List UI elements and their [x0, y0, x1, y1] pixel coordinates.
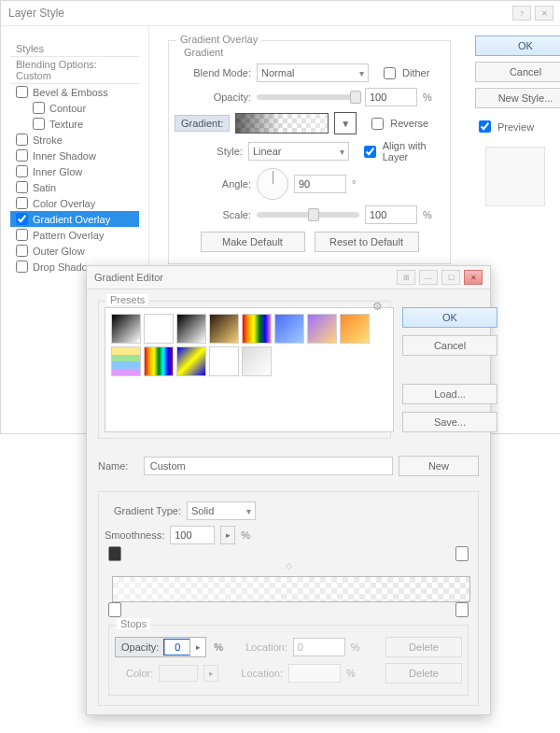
gtype-select[interactable]: Solid: [187, 501, 256, 520]
preset-swatch[interactable]: [176, 346, 206, 376]
preview-swatch: [485, 147, 545, 206]
minimize-icon[interactable]: —: [419, 270, 438, 285]
styles-header: Styles: [10, 41, 139, 56]
percent-label: %: [241, 529, 250, 541]
color-well[interactable]: [159, 665, 198, 682]
angle-label: Angle:: [175, 178, 251, 190]
ge-save-button[interactable]: Save...: [402, 412, 497, 432]
preset-swatch[interactable]: [274, 314, 304, 344]
style-stroke[interactable]: Stroke: [10, 132, 139, 148]
align-layer-checkbox[interactable]: Align with Layer: [360, 140, 444, 162]
style-outer-glow[interactable]: Outer Glow: [10, 243, 139, 259]
gradient-editor-dialog: Gradient Editor ⊞ — ☐ ✕ OK Cancel Load..…: [86, 265, 491, 715]
help-icon[interactable]: ?: [512, 6, 531, 21]
preset-swatch[interactable]: [209, 346, 239, 376]
preview-checkbox[interactable]: Preview: [475, 118, 555, 135]
opacity-stop-right[interactable]: [455, 546, 469, 561]
percent-label: %: [351, 641, 360, 653]
percent-label: %: [423, 209, 432, 220]
option-icon[interactable]: ⊞: [397, 270, 415, 285]
degree-label: °: [352, 178, 356, 190]
layer-style-titlebar: Layer Style ? ✕: [1, 1, 560, 26]
opacity-stop-left[interactable]: [108, 546, 121, 561]
preset-swatch[interactable]: [242, 314, 272, 344]
c-delete-button[interactable]: Delete: [385, 663, 462, 684]
style-gradient-overlay[interactable]: Gradient Overlay: [10, 211, 139, 227]
preset-grid: [105, 307, 394, 432]
cancel-button[interactable]: Cancel: [475, 62, 560, 82]
sub-title: Gradient: [175, 47, 444, 58]
style-contour[interactable]: Contour: [10, 100, 139, 116]
smoothness-value[interactable]: 100: [170, 526, 215, 544]
preset-swatch[interactable]: [176, 314, 206, 344]
preset-swatch[interactable]: [209, 314, 239, 344]
name-input[interactable]: Custom: [144, 457, 393, 475]
preset-swatch[interactable]: [111, 346, 141, 376]
preset-swatch[interactable]: [111, 314, 141, 344]
dialog-buttons: OK Cancel New Style... Preview: [469, 26, 560, 293]
preset-swatch[interactable]: [340, 314, 370, 344]
blending-options-row[interactable]: Blending Options: Custom: [10, 56, 139, 84]
presets-label: Presets: [106, 294, 148, 305]
ok-button[interactable]: OK: [475, 35, 560, 56]
c-location-value[interactable]: [288, 664, 341, 683]
close-icon[interactable]: ✕: [535, 6, 553, 21]
make-default-button[interactable]: Make Default: [201, 232, 305, 252]
style-texture[interactable]: Texture: [10, 116, 139, 132]
o-delete-button[interactable]: Delete: [385, 637, 462, 657]
new-style-button[interactable]: New Style...: [475, 88, 560, 108]
style-bevel-emboss[interactable]: Bevel & Emboss: [10, 84, 139, 100]
color-stop-right[interactable]: [455, 602, 469, 617]
reset-default-button[interactable]: Reset to Default: [315, 232, 419, 252]
close-icon[interactable]: ✕: [464, 270, 483, 285]
ge-load-button[interactable]: Load...: [402, 384, 497, 404]
preset-swatch[interactable]: [144, 346, 174, 376]
style-inner-shadow[interactable]: Inner Shadow: [10, 148, 139, 163]
color-stop-left[interactable]: [108, 602, 121, 617]
blend-mode-label: Blend Mode:: [175, 67, 251, 78]
style-inner-glow[interactable]: Inner Glow: [10, 163, 139, 179]
gradient-dropdown[interactable]: ▼: [334, 112, 357, 134]
window-controls: ? ✕: [512, 6, 553, 21]
gradient-picker[interactable]: [235, 113, 329, 134]
opacity-value[interactable]: 100: [365, 88, 417, 106]
percent-label: %: [423, 92, 432, 103]
percent-label: %: [346, 668, 356, 679]
style-color-overlay[interactable]: Color Overlay: [10, 195, 139, 211]
o-location-value[interactable]: 0: [293, 638, 345, 656]
gtype-label: Gradient Type:: [114, 505, 181, 516]
layer-style-title: Layer Style: [8, 7, 64, 20]
ge-new-button[interactable]: New: [399, 456, 479, 476]
style-pattern-overlay[interactable]: Pattern Overlay: [10, 227, 139, 243]
effect-options-panel: Gradient Overlay Gradient Blend Mode: No…: [149, 26, 469, 293]
styles-panel: Styles Blending Options: Custom Bevel & …: [1, 26, 149, 293]
maximize-icon[interactable]: ☐: [441, 270, 460, 285]
color-label: Color:: [126, 668, 153, 679]
o-location-label: Location:: [245, 641, 287, 653]
style-satin[interactable]: Satin: [10, 179, 139, 195]
style-select[interactable]: Linear: [248, 142, 349, 161]
blend-mode-select[interactable]: Normal: [257, 63, 369, 82]
gradient-bar[interactable]: [112, 576, 470, 602]
color-dropdown[interactable]: ▸: [203, 665, 218, 682]
ge-ok-button[interactable]: OK: [402, 307, 497, 328]
scale-slider[interactable]: [257, 212, 359, 218]
style-label: Style:: [175, 146, 243, 157]
preset-swatch[interactable]: [242, 346, 272, 376]
name-label: Name:: [98, 460, 138, 472]
angle-dial[interactable]: [257, 168, 288, 200]
opacity-stop-field[interactable]: Opacity: 0 ▸: [115, 637, 206, 657]
preset-swatch[interactable]: [307, 314, 337, 344]
ge-cancel-button[interactable]: Cancel: [402, 335, 497, 356]
dither-checkbox[interactable]: Dither: [380, 64, 429, 82]
percent-label: %: [214, 641, 223, 653]
opacity-slider[interactable]: [257, 94, 359, 100]
section-title: Gradient Overlay: [176, 34, 261, 45]
smoothness-label: Smoothness:: [105, 529, 164, 541]
preset-swatch[interactable]: [144, 314, 174, 344]
reverse-checkbox[interactable]: Reverse: [368, 115, 428, 133]
gear-icon[interactable]: [372, 300, 383, 313]
smoothness-dropdown[interactable]: ▸: [220, 526, 235, 544]
scale-value[interactable]: 100: [365, 205, 417, 224]
angle-value[interactable]: 90: [294, 175, 346, 193]
